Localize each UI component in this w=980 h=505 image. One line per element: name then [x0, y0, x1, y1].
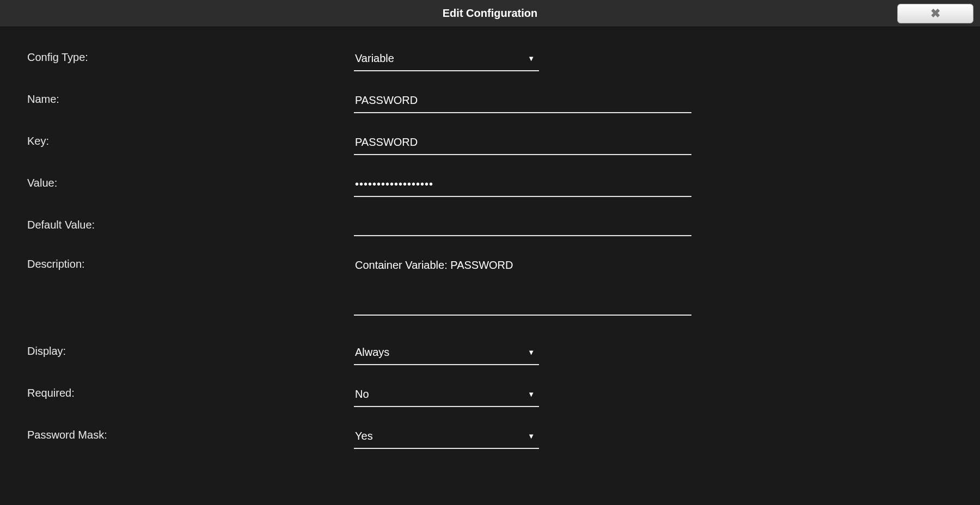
config-type-row: Config Type: Variable ▼ [27, 49, 953, 71]
chevron-down-icon: ▼ [528, 348, 535, 356]
default-value-label: Default Value: [27, 217, 354, 231]
name-row: Name: [27, 91, 953, 113]
close-button[interactable]: ✖ [897, 4, 973, 23]
description-label: Description: [27, 256, 354, 270]
display-select[interactable]: Always ▼ [354, 343, 539, 365]
chevron-down-icon: ▼ [528, 432, 535, 440]
default-value-input[interactable] [354, 217, 691, 236]
chevron-down-icon: ▼ [528, 390, 535, 398]
required-select[interactable]: No ▼ [354, 385, 539, 407]
display-row: Display: Always ▼ [27, 343, 953, 365]
password-mask-label: Password Mask: [27, 427, 354, 441]
required-row: Required: No ▼ [27, 385, 953, 407]
key-input[interactable] [354, 133, 691, 155]
description-input[interactable] [354, 256, 691, 316]
password-mask-select[interactable]: Yes ▼ [354, 427, 539, 449]
display-label: Display: [27, 343, 354, 358]
password-mask-row: Password Mask: Yes ▼ [27, 427, 953, 449]
required-label: Required: [27, 385, 354, 399]
key-label: Key: [27, 133, 354, 147]
dialog-title: Edit Configuration [443, 7, 537, 20]
name-label: Name: [27, 91, 354, 106]
password-mask-value: Yes [355, 430, 373, 442]
default-value-row: Default Value: [27, 217, 953, 236]
name-input[interactable] [354, 91, 691, 113]
close-icon: ✖ [930, 7, 940, 21]
display-value: Always [355, 346, 389, 359]
value-input[interactable]: •••••••••••••••••• [354, 175, 691, 197]
key-row: Key: [27, 133, 953, 155]
dialog-body: Config Type: Variable ▼ Name: Key: Value… [0, 27, 980, 505]
config-type-label: Config Type: [27, 49, 354, 64]
value-label: Value: [27, 175, 354, 189]
required-value: No [355, 388, 369, 401]
dialog-header: Edit Configuration ✖ [0, 0, 980, 27]
chevron-down-icon: ▼ [528, 54, 535, 63]
value-row: Value: •••••••••••••••••• [27, 175, 953, 197]
config-type-value: Variable [355, 52, 394, 65]
description-row: Description: [27, 256, 953, 318]
edit-configuration-dialog: Edit Configuration ✖ Config Type: Variab… [0, 0, 980, 505]
config-type-select[interactable]: Variable ▼ [354, 49, 539, 71]
